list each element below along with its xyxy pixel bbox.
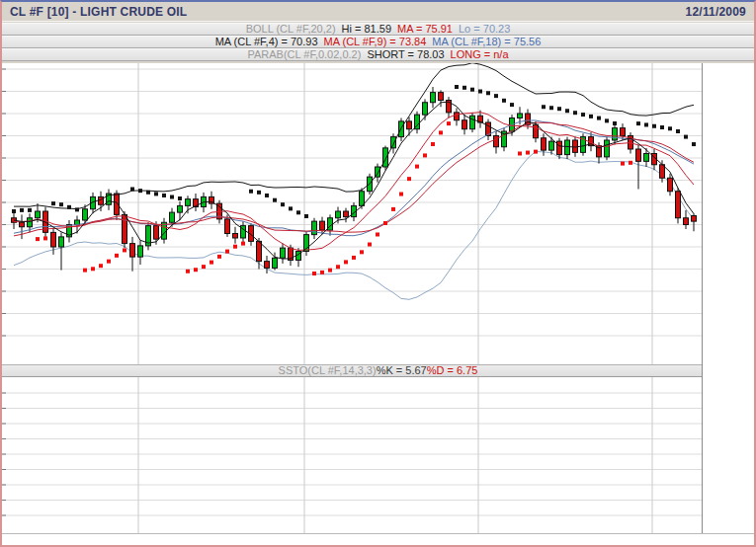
psar-dot-long <box>336 265 340 269</box>
psar-dot-short <box>613 121 617 125</box>
psar-dot-short <box>265 194 269 197</box>
psar-dot-long <box>194 268 198 272</box>
psar-dot-short <box>684 135 688 139</box>
psar-dot-long <box>518 152 522 156</box>
psar-dot-short <box>542 105 546 109</box>
psar-dot-short <box>20 208 24 212</box>
psar-dot-short <box>12 209 16 213</box>
candle-down <box>692 216 697 222</box>
psar-dot-short <box>28 208 32 212</box>
psar-dot-short <box>59 202 63 206</box>
candle-down <box>439 93 444 101</box>
psar-dot-long <box>376 232 379 236</box>
psar-dot-long <box>123 248 126 252</box>
ma18-value: MA (CL #F,18) = 75.56 <box>432 37 541 47</box>
candle-up <box>312 221 317 235</box>
candle-up <box>431 93 436 103</box>
psar-dot-long <box>107 260 111 264</box>
ma4-value: MA (CL #F,4) = 70.93 <box>215 37 318 47</box>
psar-dot-short <box>652 124 656 128</box>
psar-dot-short <box>692 142 696 146</box>
psar-dot-short <box>644 122 648 126</box>
psar-dot-short <box>486 91 490 95</box>
psar-dot-long <box>352 256 356 260</box>
psar-dot-short <box>565 109 569 113</box>
candle-down <box>51 232 56 247</box>
price-axis[interactable] <box>702 63 756 533</box>
price-chart-panel[interactable] <box>2 63 702 364</box>
candle-down <box>668 178 673 192</box>
psar-dot-short <box>67 205 71 209</box>
psar-dot-long <box>328 269 332 273</box>
candle-down <box>225 219 230 234</box>
psar-dot-long <box>225 250 229 254</box>
candle-down <box>407 121 412 129</box>
chart-window: CL #F [10] - LIGHT CRUDE OIL 12/11/2009 … <box>0 0 756 547</box>
indicator-row-stochastic[interactable]: SSTO(CL #F,14,3,3) %K = 5.67 %D = 6.75 <box>2 364 754 377</box>
indicator-row-parabolic[interactable]: PARAB(CL #F,0.02,0.2) SHORT = 78.03 LONG… <box>2 48 754 61</box>
candle-up <box>138 246 143 257</box>
psar-dot-short <box>636 121 640 125</box>
psar-dot-long <box>241 242 245 246</box>
time-axis[interactable]: Daily <box>2 533 754 547</box>
ssto-params-label: SSTO(CL #F,14,3,3) <box>279 365 377 376</box>
candle-up <box>336 211 341 218</box>
psar-dot-long <box>99 264 103 268</box>
psar-dot-long <box>368 243 372 247</box>
candle-down <box>455 113 460 120</box>
psar-dot-short <box>273 198 277 202</box>
psar-dot-short <box>130 188 134 192</box>
candle-up <box>565 140 570 155</box>
psar-dot-long <box>526 151 530 155</box>
candle-down <box>115 194 120 214</box>
psar-dot-short <box>676 129 680 133</box>
psar-dot-short <box>154 192 158 195</box>
psar-dot-long <box>399 193 403 196</box>
candle-down <box>534 124 539 138</box>
psar-dot-long <box>629 161 632 165</box>
candle-up <box>273 258 278 268</box>
psar-dot-short <box>296 210 300 214</box>
psar-dot-long <box>447 121 451 125</box>
candle-down <box>154 226 159 240</box>
psar-dot-short <box>668 126 672 130</box>
stochastic-chart-panel[interactable] <box>2 377 702 533</box>
candle-down <box>494 136 499 147</box>
bollinger-lo-value: Lo = 70.23 <box>459 24 510 35</box>
candle-up <box>605 140 610 157</box>
candle-up <box>178 205 183 212</box>
candle-down <box>557 141 562 155</box>
indicator-row-bollinger[interactable]: BOLL (CL #F,20,2) Hi = 81.59 MA = 75.91 … <box>2 23 754 36</box>
candle-down <box>542 138 546 150</box>
psar-dot-long <box>186 270 190 274</box>
psar-dot-long <box>344 260 348 264</box>
parabolic-long-value: LONG = n/a <box>451 49 509 60</box>
candle-up <box>36 211 41 218</box>
psar-dot-long <box>621 162 625 166</box>
psar-dot-long <box>415 165 419 169</box>
candle-up <box>360 192 365 206</box>
psar-dot-short <box>581 113 585 117</box>
psar-dot-short <box>510 103 514 107</box>
psar-dot-long <box>312 272 316 275</box>
candle-down <box>265 262 270 269</box>
psar-dot-short <box>455 85 459 89</box>
bollinger-ma-value: MA = 75.91 <box>397 24 453 35</box>
psar-dot-long <box>91 267 95 271</box>
candle-up <box>59 237 64 247</box>
candle-up <box>518 114 523 118</box>
candle-down <box>257 241 262 261</box>
price-chart-svg <box>2 63 702 364</box>
psar-dot-short <box>494 94 498 98</box>
psar-dot-short <box>138 189 142 193</box>
psar-dot-long <box>439 130 443 134</box>
psar-dot-short <box>660 125 664 129</box>
candle-up <box>281 248 286 258</box>
indicator-row-moving-averages[interactable]: MA (CL #F,4) = 70.93 MA (CL #F,9) = 73.8… <box>2 36 754 48</box>
psar-dot-short <box>257 191 261 195</box>
candle-down <box>676 192 681 218</box>
psar-dot-short <box>146 191 150 195</box>
candle-up <box>383 148 388 167</box>
psar-dot-long <box>360 250 364 254</box>
bollinger-params-label: BOLL (CL #F,20,2) <box>246 24 336 35</box>
